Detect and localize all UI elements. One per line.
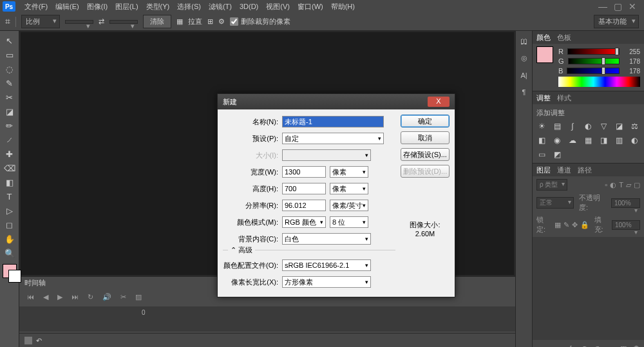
width-unit-dropdown[interactable]: 像素 (330, 166, 368, 178)
crop-height-field[interactable] (109, 20, 138, 24)
height-input[interactable] (282, 183, 326, 194)
menu-window[interactable]: 窗口(W) (294, 1, 327, 13)
tab-layers[interactable]: 图层 (536, 165, 551, 175)
r-slider[interactable] (567, 48, 620, 55)
menu-type[interactable]: 类型(Y) (142, 1, 174, 13)
width-input[interactable] (282, 166, 326, 178)
character-icon[interactable]: A| (520, 71, 527, 79)
lock-pixel-icon[interactable]: ✎ (564, 221, 569, 229)
menu-edit[interactable]: 编辑(E) (52, 1, 83, 13)
fill-field[interactable]: 100% (612, 220, 640, 230)
foreground-color[interactable] (536, 46, 553, 63)
bw-icon[interactable]: ◧ (536, 136, 547, 145)
timeline-play-icon[interactable]: ▶ (57, 293, 62, 301)
tab-swatches[interactable]: 色板 (557, 33, 571, 42)
crop-tool[interactable]: ✂ (3, 91, 16, 103)
timeline-first-icon[interactable]: ⏮ (27, 293, 34, 301)
move-tool[interactable]: ↖ (3, 35, 16, 46)
type-tool[interactable]: T (3, 191, 16, 202)
background-dropdown[interactable]: 白色 (282, 233, 371, 245)
gradient-map-icon[interactable]: ▭ (536, 150, 547, 159)
b-slider[interactable] (567, 68, 620, 74)
shape-tool[interactable]: ◻ (3, 219, 16, 230)
straighten-icon[interactable]: ▦ (176, 17, 183, 26)
photo-filter-icon[interactable]: ◉ (552, 136, 562, 145)
menu-layer[interactable]: 图层(L) (111, 1, 142, 13)
filter-smart-icon[interactable]: ▢ (634, 181, 640, 189)
cancel-button[interactable]: 取消 (401, 131, 450, 144)
profile-dropdown[interactable]: sRGB IEC61966-2.1 (282, 259, 371, 271)
height-unit-dropdown[interactable]: 像素 (330, 183, 368, 194)
lock-pos-icon[interactable]: ✥ (572, 221, 578, 229)
maximize-button[interactable]: ▢ (614, 1, 622, 12)
filter-adjust-icon[interactable]: ◐ (610, 181, 616, 189)
blend-mode-dropdown[interactable]: 正常 (536, 197, 574, 209)
delete-cropped-checkbox[interactable]: 删除裁剪的像素 (230, 17, 290, 26)
filter-shape-icon[interactable]: ▱ (626, 181, 631, 189)
layer-filter-dropdown[interactable]: ρ 类型 (536, 179, 567, 191)
opacity-field[interactable]: 100% (611, 198, 640, 208)
eraser-tool[interactable]: ⌫ (3, 162, 16, 174)
clear-button[interactable]: 清除 (143, 15, 171, 28)
ok-button[interactable]: 确定 (401, 115, 450, 127)
menu-3d[interactable]: 3D(D) (236, 1, 262, 12)
filter-type-icon[interactable]: T (619, 181, 623, 189)
pencil-tool[interactable]: ⟋ (3, 134, 16, 145)
pixel-aspect-dropdown[interactable]: 方形像素 (282, 276, 371, 288)
layer-list[interactable] (533, 237, 644, 340)
tab-paths[interactable]: 路径 (578, 165, 592, 175)
new-layer-icon[interactable]: ◫ (620, 344, 627, 347)
minimize-button[interactable]: — (598, 1, 607, 12)
status-undo-icon[interactable]: ↶ (36, 337, 44, 344)
g-slider[interactable] (568, 58, 620, 64)
timeline-cut-icon[interactable]: ✂ (120, 293, 126, 301)
properties-icon[interactable]: ◎ (521, 54, 527, 62)
resolution-unit-dropdown[interactable]: 像素/英寸 (330, 200, 368, 211)
posterize-icon[interactable]: ▥ (614, 136, 624, 145)
timeline-transition-icon[interactable]: ▨ (135, 293, 142, 301)
brightness-icon[interactable]: ☀ (536, 122, 547, 131)
marquee-tool[interactable]: ▭ (3, 49, 16, 61)
lock-trans-icon[interactable]: ▦ (554, 221, 561, 229)
zoom-tool[interactable]: 🔍 (3, 247, 16, 259)
balance-icon[interactable]: ⚖ (629, 122, 639, 131)
color-mode-dropdown[interactable]: RGB 颜色 (282, 216, 326, 228)
history-icon[interactable]: 🕮 (520, 37, 527, 45)
timeline-loop-icon[interactable]: ↻ (88, 293, 93, 301)
hue-icon[interactable]: ◪ (614, 122, 624, 131)
close-button[interactable]: ✕ (629, 1, 636, 12)
dialog-close-button[interactable]: X (428, 97, 450, 107)
color-spectrum[interactable] (558, 77, 640, 87)
lasso-tool[interactable]: ◌ (3, 63, 16, 75)
tab-color[interactable]: 颜色 (536, 33, 551, 42)
preset-dropdown[interactable]: 自定 (282, 133, 384, 144)
mask-icon[interactable]: ◐ (582, 344, 588, 347)
path-tool[interactable]: ▷ (3, 205, 16, 216)
timeline-audio-icon[interactable]: 🔊 (102, 293, 111, 301)
menu-image[interactable]: 图像(I) (83, 1, 111, 13)
paragraph-icon[interactable]: ¶ (522, 88, 526, 96)
threshold-icon[interactable]: ◐ (629, 136, 639, 145)
wand-tool[interactable]: ✎ (3, 77, 16, 89)
name-input[interactable] (282, 116, 384, 127)
brush-tool[interactable]: ✏ (3, 120, 16, 131)
menu-filter[interactable]: 滤镜(T) (205, 1, 236, 13)
menu-select[interactable]: 选择(S) (173, 1, 205, 13)
group-icon[interactable]: ▭ (607, 344, 614, 347)
color-swatches[interactable] (3, 264, 17, 278)
bit-depth-dropdown[interactable]: 8 位 (330, 216, 368, 228)
gradient-tool[interactable]: ◧ (3, 176, 16, 188)
eyedropper-tool[interactable]: ◪ (3, 106, 16, 117)
tab-adjustments[interactable]: 调整 (536, 93, 551, 103)
collapse-icon[interactable]: ⌃ (231, 246, 236, 254)
adjustment-layer-icon[interactable]: ◑ (594, 344, 601, 347)
settings-icon[interactable]: ⚙ (218, 17, 225, 26)
resolution-input[interactable] (282, 200, 326, 211)
crop-width-field[interactable] (65, 20, 93, 24)
save-preset-button[interactable]: 存储预设(S)... (401, 148, 450, 161)
link-layers-icon[interactable]: ⚯ (557, 344, 563, 347)
selective-color-icon[interactable]: ◩ (552, 150, 562, 159)
workspace-dropdown[interactable]: 基本功能 (594, 15, 639, 28)
fx-icon[interactable]: fx (569, 344, 575, 347)
swap-icon[interactable]: ⇄ (99, 17, 104, 26)
